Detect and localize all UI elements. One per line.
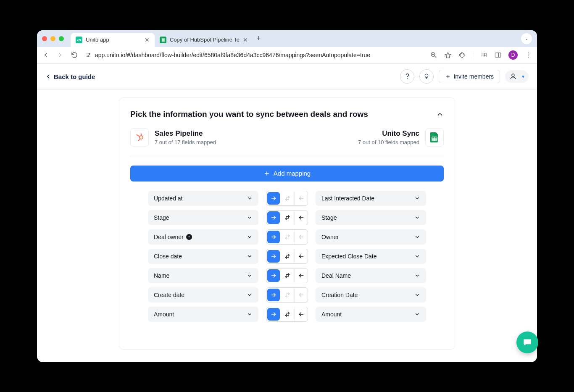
target-field-select[interactable]: Deal Name [316,268,426,283]
direction-right-button[interactable] [267,250,280,263]
new-tab-button[interactable]: + [256,34,261,43]
minimize-window-btn[interactable] [50,36,55,41]
field-label: Deal owner [154,234,184,240]
forward-button[interactable] [56,51,64,59]
browser-tab-inactive[interactable]: ▦ Copy of HubSpot Pipeline Te ✕ [155,33,253,47]
info-icon[interactable]: ? [186,234,192,240]
window-controls [42,36,64,41]
chevron-down-icon [247,215,253,221]
direction-both-button[interactable] [281,210,294,225]
direction-right-button[interactable] [267,192,280,205]
profile-avatar[interactable]: D [508,50,518,60]
chevron-down-icon [414,195,420,201]
direction-toggle [266,249,308,264]
source-field-select[interactable]: Name [148,268,258,283]
bookmark-icon[interactable] [444,51,452,59]
source-field-select[interactable]: Close date [148,249,258,264]
target-field-select[interactable]: Owner [316,229,426,245]
target-field-select[interactable]: Last Interacted Date [316,191,426,206]
hubspot-icon [130,128,149,147]
chat-widget[interactable] [516,331,538,353]
toolbar-divider [473,51,473,59]
tab-overflow-button[interactable]: ⌄ [521,33,532,44]
zoom-icon[interactable] [430,51,437,59]
browser-toolbar: app.unito.io/#/dashboard/flow-builder/ed… [37,47,537,64]
tab-title: Copy of HubSpot Pipeline Te [170,37,240,43]
direction-right-button[interactable] [267,269,280,282]
mappings-list: Updated atLast Interacted DateStageStage… [130,191,444,322]
direction-both-button[interactable] [281,268,294,283]
extensions-icon[interactable] [458,51,466,59]
direction-left-button[interactable] [294,268,308,283]
sheets-icon [425,128,444,147]
mapping-row: NameDeal Name [148,268,426,283]
profile-menu[interactable]: ▼ [505,70,529,83]
source-field-select[interactable]: Deal owner? [148,229,258,245]
field-label: Last Interacted Date [321,195,374,202]
svg-point-0 [89,53,90,55]
source-field-select[interactable]: Updated at [148,191,258,206]
direction-left-button[interactable] [294,307,308,321]
browser-tab-active[interactable]: ᔕ Unito app ✕ [71,33,155,47]
direction-left-button [294,191,308,205]
direction-right-button[interactable] [267,308,280,321]
help-button[interactable]: ? [400,69,414,84]
source-connection: Sales Pipeline 7 out of 17 fields mapped [130,128,216,147]
invite-members-button[interactable]: Invite members [439,70,500,83]
target-field-select[interactable]: Expected Close Date [316,249,426,264]
back-button[interactable] [42,51,50,59]
mapping-row: StageStage [148,210,426,225]
url-text: app.unito.io/#/dashboard/flow-builder/ed… [95,52,370,58]
invite-label: Invite members [453,73,494,80]
sheets-favicon: ▦ [160,37,166,43]
field-label: Deal Name [321,272,351,279]
direction-both-button[interactable] [281,249,294,263]
field-label: Expected Close Date [321,253,377,260]
source-field-select[interactable]: Amount [148,307,258,322]
side-panel-icon[interactable] [494,51,502,59]
source-field-select[interactable]: Create date [148,287,258,303]
target-field-select[interactable]: Amount [316,307,426,322]
svg-rect-3 [495,53,501,58]
direction-left-button[interactable] [294,210,308,225]
direction-toggle [266,210,308,225]
direction-both-button[interactable] [281,307,294,321]
add-mapping-button[interactable]: Add mapping [130,166,444,182]
app-top-bar: Back to guide ? Invite members ▼ [37,64,537,90]
collapse-card-button[interactable] [436,110,444,118]
field-label: Amount [154,311,174,318]
maximize-window-btn[interactable] [59,36,64,41]
source-field-select[interactable]: Stage [148,210,258,225]
target-field-select[interactable]: Stage [316,210,426,225]
address-bar[interactable]: app.unito.io/#/dashboard/flow-builder/ed… [85,52,423,58]
field-label: Create date [154,292,184,298]
field-label: Amount [321,311,342,318]
chevron-down-icon [414,292,420,298]
direction-left-button[interactable] [294,249,308,263]
chevron-down-icon [414,234,420,240]
unito-favicon: ᔕ [76,37,82,43]
chevron-down-icon [247,234,253,240]
reading-list-icon[interactable] [480,51,487,59]
close-tab-icon[interactable]: ✕ [243,37,248,43]
close-tab-icon[interactable]: ✕ [145,37,150,43]
target-field-select[interactable]: Creation Date [316,287,426,303]
direction-right-button[interactable] [267,211,280,224]
svg-point-6 [528,57,529,58]
field-label: Stage [321,214,337,221]
reload-button[interactable] [71,51,78,59]
chrome-menu-icon[interactable] [524,51,532,59]
direction-right-button[interactable] [267,289,280,301]
site-settings-icon[interactable] [85,52,92,58]
chevron-down-icon [247,195,253,201]
mapping-row: AmountAmount [148,307,426,322]
tips-button[interactable] [419,69,434,84]
direction-right-button[interactable] [267,231,280,243]
target-title: Unito Sync [358,129,419,138]
mappings-card: Pick the information you want to sync be… [119,97,455,350]
close-window-btn[interactable] [42,36,47,41]
svg-point-5 [528,55,529,55]
direction-toggle [266,268,308,283]
back-label: Back to guide [54,73,95,80]
back-to-guide-link[interactable]: Back to guide [45,73,95,80]
